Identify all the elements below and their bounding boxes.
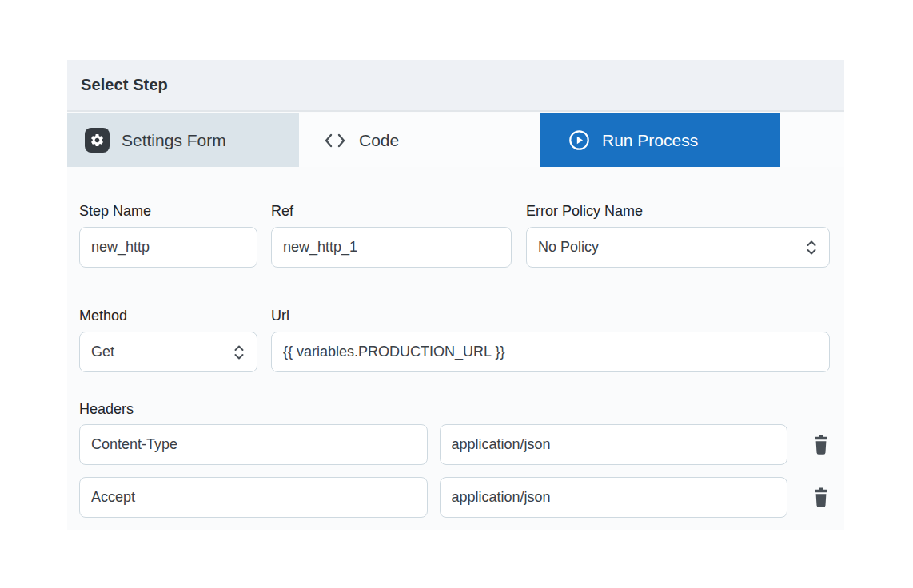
header-row	[79, 424, 830, 465]
step-name-label: Step Name	[79, 201, 257, 220]
tab-run-process-label: Run Process	[602, 131, 698, 150]
panel-header: Select Step	[67, 60, 844, 112]
settings-form: Step Name Ref Error Policy Name No Polic…	[67, 201, 844, 528]
step-name-input[interactable]	[79, 227, 257, 268]
header-key-input[interactable]	[79, 424, 428, 465]
method-field-group: Method Get	[79, 306, 257, 372]
headers-label: Headers	[79, 399, 830, 419]
ref-label: Ref	[271, 201, 512, 220]
step-name-field-group: Step Name	[79, 201, 257, 268]
header-value-input[interactable]	[440, 424, 788, 465]
header-row	[79, 477, 830, 518]
method-select[interactable]: Get	[79, 332, 257, 372]
error-policy-field-group: Error Policy Name No Policy	[526, 201, 830, 268]
ref-field-group: Ref	[271, 201, 512, 268]
tab-run-process[interactable]: Run Process	[540, 113, 780, 167]
method-label: Method	[79, 306, 257, 325]
error-policy-select[interactable]: No Policy	[526, 227, 830, 268]
gear-icon	[85, 128, 110, 153]
header-key-input[interactable]	[79, 477, 428, 518]
trash-icon	[812, 434, 830, 455]
delete-header-button[interactable]	[812, 433, 830, 457]
play-circle-icon	[568, 129, 590, 151]
delete-header-button[interactable]	[812, 486, 830, 510]
select-step-panel: Select Step Settings Form Code Run Proce…	[67, 60, 844, 530]
tab-code[interactable]: Code	[299, 113, 540, 167]
page-title: Select Step	[81, 76, 168, 94]
ref-input[interactable]	[271, 227, 512, 268]
header-value-input[interactable]	[440, 477, 788, 518]
error-policy-selected-value: No Policy	[538, 239, 599, 256]
headers-section: Headers	[79, 399, 830, 518]
chevron-up-down-icon	[805, 239, 818, 256]
url-field-group: Url	[271, 306, 830, 372]
tab-settings-form-label: Settings Form	[122, 131, 226, 150]
error-policy-label: Error Policy Name	[526, 201, 830, 220]
trash-icon	[812, 487, 830, 508]
url-label: Url	[271, 306, 830, 325]
tab-code-label: Code	[359, 131, 399, 150]
tab-settings-form[interactable]: Settings Form	[67, 113, 299, 167]
method-selected-value: Get	[91, 344, 114, 360]
code-brackets-icon	[323, 132, 347, 149]
chevron-up-down-icon	[233, 344, 245, 361]
url-input[interactable]	[271, 332, 830, 372]
tab-bar: Settings Form Code Run Process	[67, 113, 844, 167]
